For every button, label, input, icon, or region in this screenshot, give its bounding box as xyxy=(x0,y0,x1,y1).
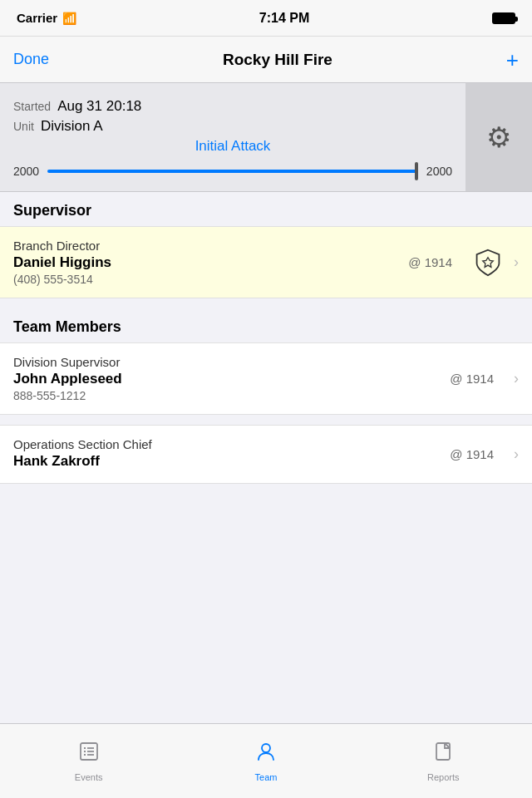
info-details: Started Aug 31 20:18 Unit Division A Ini… xyxy=(0,83,466,191)
gear-icon: ⚙ xyxy=(486,121,511,154)
supervisor-section-header: Supervisor xyxy=(0,192,532,226)
unit-row: Unit Division A xyxy=(13,118,452,135)
navigation-bar: Done Rocky Hill Fire + xyxy=(0,37,532,83)
team-section-title: Team Members xyxy=(13,318,121,335)
team-icon xyxy=(254,740,278,769)
supervisor-list-item[interactable]: Branch Director Daniel Higgins (408) 555… xyxy=(0,226,532,298)
team-member-time-0: @ 1914 xyxy=(450,372,494,386)
supervisor-time: @ 1914 xyxy=(408,255,452,269)
slider-right-value: 2000 xyxy=(426,165,452,178)
unit-value: Division A xyxy=(41,118,103,135)
team-member-content-0: Division Supervisor John Appleseed 888-5… xyxy=(13,355,450,402)
tab-team[interactable]: Team xyxy=(177,724,354,798)
events-tab-label: Events xyxy=(75,772,103,782)
page-title: Rocky Hill Fire xyxy=(223,51,332,69)
settings-panel[interactable]: ⚙ xyxy=(466,83,532,191)
supervisor-actions: @ 1914 › xyxy=(408,247,519,278)
carrier-label: Carrier xyxy=(17,11,57,25)
tab-bar: Events Team Reports xyxy=(0,723,532,798)
done-button[interactable]: Done xyxy=(13,51,49,68)
wifi-icon: 📶 xyxy=(62,12,76,25)
slider-track[interactable] xyxy=(47,170,418,173)
team-member-item-0[interactable]: Division Supervisor John Appleseed 888-5… xyxy=(0,342,532,415)
tab-reports[interactable]: Reports xyxy=(355,724,532,798)
tab-events[interactable]: Events xyxy=(0,724,177,798)
supervisor-chevron: › xyxy=(514,254,519,271)
team-member-content-1: Operations Section Chief Hank Zakroff xyxy=(13,437,450,471)
content-area: Started Aug 31 20:18 Unit Division A Ini… xyxy=(0,83,532,723)
unit-label: Unit xyxy=(13,120,34,133)
started-value: Aug 31 20:18 xyxy=(57,98,141,115)
team-member-actions-0: @ 1914 › xyxy=(450,370,519,387)
started-label: Started xyxy=(13,100,51,113)
team-member-phone-0: 888-555-1212 xyxy=(13,389,450,402)
reports-tab-label: Reports xyxy=(427,772,460,782)
reports-icon xyxy=(431,740,455,769)
supervisor-phone: (408) 555-3514 xyxy=(13,273,408,286)
team-member-item-1[interactable]: Operations Section Chief Hank Zakroff @ … xyxy=(0,425,532,484)
team-member-role-0: Division Supervisor xyxy=(13,355,450,369)
list-separator-2 xyxy=(0,416,532,425)
attack-type-link[interactable]: Initial Attack xyxy=(13,138,452,155)
team-member-chevron-0: › xyxy=(514,370,519,387)
shield-badge xyxy=(472,247,504,278)
slider-left-value: 2000 xyxy=(13,165,39,178)
status-bar: Carrier 📶 7:14 PM xyxy=(0,0,532,37)
add-button[interactable]: + xyxy=(506,49,519,71)
slider-row: 2000 2000 xyxy=(13,165,452,178)
battery-icon xyxy=(492,12,515,24)
team-member-name-1: Hank Zakroff xyxy=(13,453,450,470)
supervisor-content: Branch Director Daniel Higgins (408) 555… xyxy=(13,239,408,286)
team-member-role-1: Operations Section Chief xyxy=(13,437,450,451)
team-section-header: Team Members xyxy=(0,308,532,342)
team-member-chevron-1: › xyxy=(514,446,519,463)
team-member-actions-1: @ 1914 › xyxy=(450,446,519,463)
events-icon xyxy=(77,740,101,769)
time-label: 7:14 PM xyxy=(259,11,309,26)
supervisor-name: Daniel Higgins xyxy=(13,254,408,271)
supervisor-role: Branch Director xyxy=(13,239,408,253)
section-separator xyxy=(0,300,532,308)
team-member-name-0: John Appleseed xyxy=(13,371,450,387)
svg-point-7 xyxy=(262,744,270,752)
team-member-time-1: @ 1914 xyxy=(450,447,494,461)
incident-info-header: Started Aug 31 20:18 Unit Division A Ini… xyxy=(0,83,532,192)
team-tab-label: Team xyxy=(255,772,278,782)
carrier-text: Carrier 📶 xyxy=(17,11,76,25)
supervisor-section-title: Supervisor xyxy=(13,202,91,219)
slider-thumb xyxy=(415,162,418,180)
started-row: Started Aug 31 20:18 xyxy=(13,98,452,115)
